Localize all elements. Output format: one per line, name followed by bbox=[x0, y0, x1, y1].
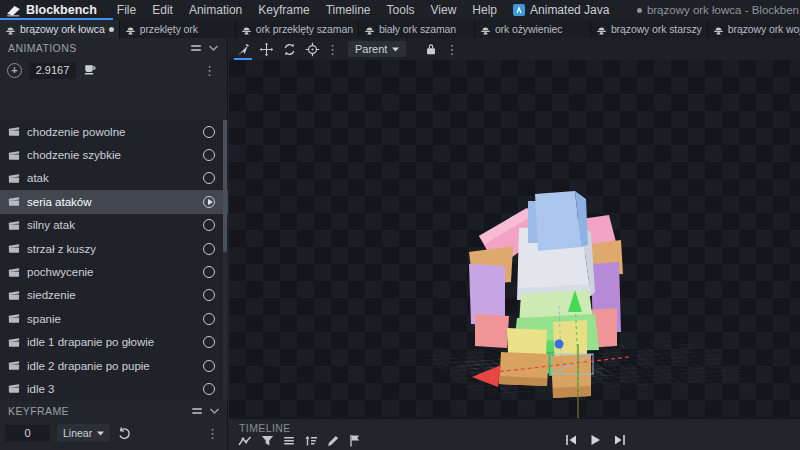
play-animation-button[interactable] bbox=[203, 360, 215, 372]
play-animation-button[interactable] bbox=[203, 172, 215, 184]
blockbench-logo-icon bbox=[6, 3, 21, 17]
blockbench-window: Blockbench File Edit Animation Keyframe … bbox=[0, 0, 800, 450]
pan-tool-icon bbox=[259, 42, 274, 57]
kebab-icon[interactable]: ⋮ bbox=[203, 64, 220, 77]
animation-row[interactable]: atak bbox=[0, 167, 228, 190]
kebab-icon[interactable]: ⋮ bbox=[326, 43, 343, 56]
menu-item-animated-java[interactable]: Animated Java bbox=[505, 3, 617, 17]
menu-item-keyframe[interactable]: Keyframe bbox=[250, 3, 317, 17]
menu-item-timeline[interactable]: Timeline bbox=[318, 3, 379, 17]
movie-icon bbox=[8, 126, 20, 137]
skip-start-button[interactable] bbox=[565, 434, 577, 446]
play-animation-button[interactable] bbox=[203, 336, 215, 348]
sort-button[interactable] bbox=[304, 435, 318, 447]
pivot-tool-button[interactable] bbox=[301, 38, 323, 60]
parent-mode-select[interactable]: Parent bbox=[348, 41, 406, 57]
model-tab-icon bbox=[364, 24, 375, 35]
keyframe-time-input[interactable]: 0 bbox=[5, 425, 50, 442]
blockbench-brand[interactable]: Blockbench bbox=[0, 3, 109, 17]
animations-panel-title: ANIMATIONS bbox=[8, 42, 184, 54]
lock-icon bbox=[424, 42, 438, 56]
filter-button[interactable] bbox=[261, 435, 274, 447]
cup-icon[interactable] bbox=[83, 63, 97, 77]
tab-brazowy-ork-wojownik[interactable]: brązowy ork wojowni bbox=[708, 20, 800, 38]
add-animation-button[interactable]: + bbox=[7, 63, 22, 78]
keyframe-panel-title: KEYFRAME bbox=[8, 405, 185, 417]
animation-row[interactable]: chodzenie powolne bbox=[0, 120, 228, 143]
animation-time-input[interactable]: 2.9167 bbox=[29, 62, 76, 79]
animation-row[interactable]: pochwycenie bbox=[0, 260, 228, 283]
animation-row[interactable]: idle 2 drapanie po pupie bbox=[0, 354, 228, 377]
model-tab-icon bbox=[125, 24, 136, 35]
interpolation-select[interactable]: Linear bbox=[57, 424, 110, 442]
menu-item-file[interactable]: File bbox=[109, 3, 144, 17]
chevron-down-icon[interactable] bbox=[209, 407, 220, 415]
project-tabbar: brązowy ork łowca przeklęty ork ork prze… bbox=[0, 20, 800, 38]
animation-row-selected[interactable]: seria ataków bbox=[0, 190, 228, 213]
pencil-button[interactable] bbox=[327, 434, 340, 447]
play-animation-button[interactable] bbox=[203, 266, 215, 278]
lock-button[interactable] bbox=[420, 38, 442, 60]
reset-icon[interactable] bbox=[117, 426, 132, 441]
movie-icon bbox=[8, 196, 20, 207]
movie-icon bbox=[8, 337, 20, 348]
play-animation-button[interactable] bbox=[203, 149, 215, 161]
play-animation-button[interactable] bbox=[203, 289, 215, 301]
menubar: Blockbench File Edit Animation Keyframe … bbox=[0, 0, 800, 20]
panel-menu-icon[interactable] bbox=[192, 408, 202, 415]
tab-brazowy-ork-lowca[interactable]: brązowy ork łowca bbox=[0, 20, 119, 38]
viewport: ⋮ Parent ⋮ bbox=[229, 38, 800, 450]
play-animation-button[interactable] bbox=[203, 383, 215, 395]
tab-label: przeklęty ork bbox=[140, 23, 230, 35]
lines-button[interactable] bbox=[283, 435, 295, 446]
dropdown-arrow-icon bbox=[392, 47, 399, 52]
flag-button[interactable] bbox=[349, 434, 361, 447]
tab-label: ork ożywieniec bbox=[495, 23, 585, 35]
brand-label: Blockbench bbox=[26, 3, 97, 17]
play-animation-button[interactable] bbox=[203, 243, 215, 255]
animations-toolbar: + 2.9167 ⋮ bbox=[0, 58, 227, 82]
play-button[interactable] bbox=[590, 434, 601, 446]
pan-tool-button[interactable] bbox=[255, 38, 277, 60]
panel-menu-icon[interactable] bbox=[191, 45, 201, 52]
movie-icon bbox=[8, 243, 20, 254]
menu-item-help[interactable]: Help bbox=[464, 3, 505, 17]
movie-icon bbox=[8, 360, 20, 371]
play-animation-button[interactable] bbox=[203, 313, 215, 325]
tab-label: brązowy ork wojowni bbox=[728, 23, 800, 35]
menu-item-edit[interactable]: Edit bbox=[144, 3, 181, 17]
animation-row[interactable]: idle 3 bbox=[0, 377, 228, 400]
tab-przeklety-ork[interactable]: przeklęty ork bbox=[120, 20, 235, 38]
animation-row[interactable]: idle 1 drapanie po głowie bbox=[0, 331, 228, 354]
move-tool-button[interactable] bbox=[232, 38, 254, 60]
tab-label: brązowy ork starszy bbox=[611, 23, 702, 35]
tab-bialy-ork-szaman[interactable]: biały ork szaman bbox=[359, 20, 474, 38]
animation-row[interactable]: strzał z kuszy bbox=[0, 237, 228, 260]
kebab-icon[interactable]: ⋮ bbox=[445, 43, 462, 56]
menu-item-animation[interactable]: Animation bbox=[181, 3, 250, 17]
movie-icon bbox=[8, 173, 20, 184]
scrollbar-thumb[interactable] bbox=[223, 120, 227, 252]
play-animation-button[interactable] bbox=[203, 219, 215, 231]
menu-item-view[interactable]: View bbox=[423, 3, 465, 17]
tab-brazowy-ork-starszy[interactable]: brązowy ork starszy bbox=[591, 20, 707, 38]
menubar-accent-underline bbox=[0, 18, 113, 20]
rotate-tool-button[interactable] bbox=[278, 38, 300, 60]
scrollbar bbox=[223, 120, 227, 401]
animation-row[interactable]: chodzenie szybkie bbox=[0, 143, 228, 166]
play-animation-button[interactable] bbox=[203, 126, 215, 138]
play-animation-button[interactable] bbox=[203, 196, 215, 208]
skip-end-button[interactable] bbox=[614, 434, 626, 446]
animation-row[interactable]: silny atak bbox=[0, 214, 228, 237]
animated-java-icon bbox=[513, 4, 525, 16]
keyframe-panel-header: KEYFRAME bbox=[0, 401, 228, 421]
3d-canvas[interactable] bbox=[229, 60, 800, 418]
chevron-down-icon[interactable] bbox=[208, 44, 219, 52]
menu-item-tools[interactable]: Tools bbox=[379, 3, 423, 17]
tab-ork-przeklety-szaman[interactable]: ork przeklęty szaman bbox=[236, 20, 358, 38]
kebab-icon[interactable]: ⋮ bbox=[206, 427, 223, 440]
animation-row[interactable]: spanie bbox=[0, 307, 228, 330]
tab-ork-ozywieniec[interactable]: ork ożywieniec bbox=[475, 20, 590, 38]
animation-row[interactable]: siedzenie bbox=[0, 284, 228, 307]
graph-editor-button[interactable] bbox=[238, 435, 252, 447]
